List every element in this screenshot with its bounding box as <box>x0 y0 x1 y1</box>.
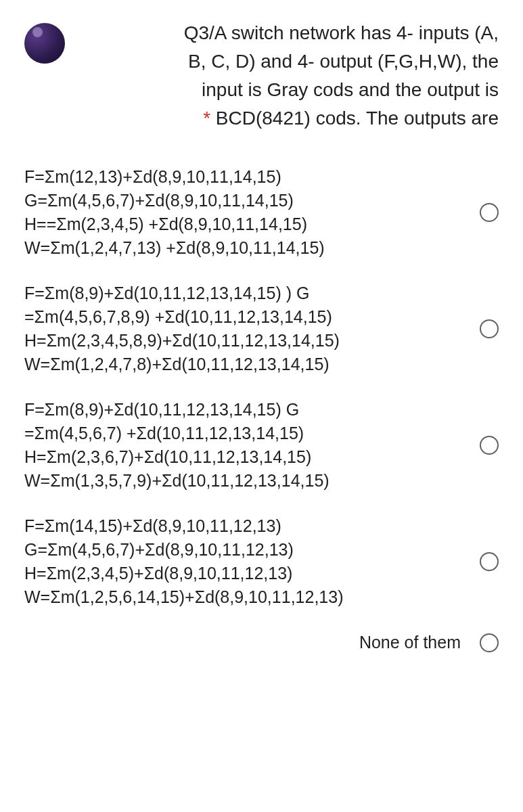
question-text: Q3/A switch network has 4- inputs (A, B,… <box>81 19 499 133</box>
option-none[interactable]: None of them <box>24 631 499 654</box>
radio-none[interactable] <box>480 633 499 652</box>
required-asterisk: * <box>203 108 216 129</box>
option-line: H=Σm(2,3,6,7)+Σd(10,11,12,13,14,15) <box>24 445 466 469</box>
question-line-3: input is Gray cods and the output is <box>81 76 499 104</box>
option-3-text: F=Σm(8,9)+Σd(10,11,12,13,14,15) G =Σm(4,… <box>24 398 466 493</box>
option-none-text: None of them <box>359 631 461 654</box>
option-line: G=Σm(4,5,6,7)+Σd(8,9,10,11,14,15) <box>24 189 466 212</box>
option-1[interactable]: F=Σm(12,13)+Σd(8,9,10,11,14,15) G=Σm(4,5… <box>24 165 499 260</box>
option-line: G=Σm(4,5,6,7)+Σd(8,9,10,11,12,13) <box>24 538 466 562</box>
option-2-text: F=Σm(8,9)+Σd(10,11,12,13,14,15) ) G =Σm(… <box>24 281 466 376</box>
radio-1[interactable] <box>480 203 499 222</box>
avatar <box>24 23 65 64</box>
option-2[interactable]: F=Σm(8,9)+Σd(10,11,12,13,14,15) ) G =Σm(… <box>24 281 499 376</box>
option-line: W=Σm(1,2,4,7,8)+Σd(10,11,12,13,14,15) <box>24 353 466 376</box>
option-line: H=Σm(2,3,4,5,8,9)+Σd(10,11,12,13,14,15) <box>24 329 466 353</box>
option-4-text: F=Σm(14,15)+Σd(8,9,10,11,12,13) G=Σm(4,5… <box>24 514 466 609</box>
question-line-1: Q3/A switch network has 4- inputs (A, <box>81 19 499 47</box>
option-line: H==Σm(2,3,4,5) +Σd(8,9,10,11,14,15) <box>24 212 466 236</box>
question-line-4-text: BCD(8421) cods. The outputs are <box>216 108 499 129</box>
radio-4[interactable] <box>480 552 499 571</box>
option-3[interactable]: F=Σm(8,9)+Σd(10,11,12,13,14,15) G =Σm(4,… <box>24 398 499 493</box>
option-line: F=Σm(8,9)+Σd(10,11,12,13,14,15) ) G <box>24 281 466 305</box>
option-line: W=Σm(1,2,4,7,13) +Σd(8,9,10,11,14,15) <box>24 236 466 260</box>
question-line-2: B, C, D) and 4- output (F,G,H,W), the <box>81 47 499 76</box>
question-header: Q3/A switch network has 4- inputs (A, B,… <box>24 19 499 133</box>
radio-2[interactable] <box>480 319 499 338</box>
option-line: =Σm(4,5,6,7) +Σd(10,11,12,13,14,15) <box>24 422 466 445</box>
option-line: =Σm(4,5,6,7,8,9) +Σd(10,11,12,13,14,15) <box>24 305 466 329</box>
option-line: F=Σm(14,15)+Σd(8,9,10,11,12,13) <box>24 514 466 538</box>
option-line: W=Σm(1,3,5,7,9)+Σd(10,11,12,13,14,15) <box>24 469 466 493</box>
option-4[interactable]: F=Σm(14,15)+Σd(8,9,10,11,12,13) G=Σm(4,5… <box>24 514 499 609</box>
question-line-4: * BCD(8421) cods. The outputs are <box>81 104 499 133</box>
option-line: H=Σm(2,3,4,5)+Σd(8,9,10,11,12,13) <box>24 562 466 585</box>
radio-3[interactable] <box>480 436 499 455</box>
option-line: W=Σm(1,2,5,6,14,15)+Σd(8,9,10,11,12,13) <box>24 585 466 609</box>
option-line: F=Σm(8,9)+Σd(10,11,12,13,14,15) G <box>24 398 466 422</box>
options-list: F=Σm(12,13)+Σd(8,9,10,11,14,15) G=Σm(4,5… <box>24 165 499 654</box>
option-line: F=Σm(12,13)+Σd(8,9,10,11,14,15) <box>24 165 466 189</box>
option-1-text: F=Σm(12,13)+Σd(8,9,10,11,14,15) G=Σm(4,5… <box>24 165 466 260</box>
